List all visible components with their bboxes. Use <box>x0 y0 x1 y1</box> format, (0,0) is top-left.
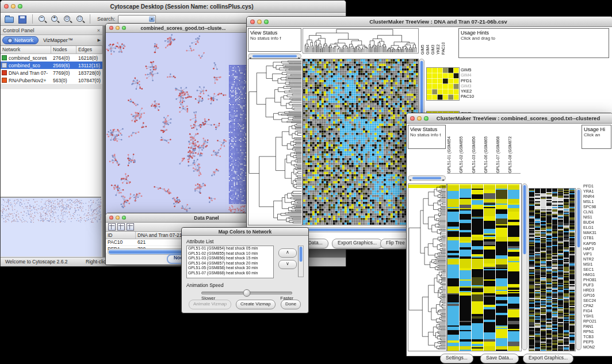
gene-label[interactable]: GTB1 <box>583 235 612 240</box>
list-scrollbar[interactable] <box>298 246 304 277</box>
close-light-icon[interactable] <box>250 20 255 24</box>
gene-label[interactable]: RPN1 <box>583 329 612 334</box>
attribute-list-item[interactable]: GPL51-01 (GSM854) heat shock 05 min <box>187 246 273 251</box>
column-label[interactable]: GPL51-02 (GSM855 <box>459 125 471 173</box>
gene-label[interactable]: NTR2 <box>583 256 612 262</box>
attribute-list-item[interactable]: GPL51-05 (GSM858) heat shock 30 min <box>187 266 273 271</box>
scrollbar-thumb[interactable] <box>253 55 297 58</box>
dialog-titlebar[interactable]: Map Colors to Network <box>182 228 308 236</box>
gene-label[interactable]: CPA2 <box>583 303 612 308</box>
table-row-selected[interactable]: combined_sco 2569(6) 13112(15) <box>1 62 102 69</box>
gene-label[interactable]: MON2 <box>583 344 612 350</box>
gene-label[interactable]: PUF3 <box>583 282 612 288</box>
column-label[interactable]: GPL51-07 (GSM868 <box>496 125 508 173</box>
network-view-titlebar[interactable]: combined_scores_good.txt--cluste... <box>106 24 249 33</box>
minimize-light-icon[interactable] <box>116 26 120 30</box>
gene-label[interactable]: MAK31 <box>583 230 612 235</box>
row-dendrogram-canvas[interactable] <box>248 59 303 225</box>
gene-label[interactable]: TCB3 <box>583 334 612 339</box>
matrix-row-label[interactable]: PFD1 <box>461 78 474 83</box>
gene-label[interactable]: MSL1 <box>583 199 612 204</box>
close-light-icon[interactable] <box>4 4 9 9</box>
matrix-row-label[interactable]: PAC10 <box>461 94 474 99</box>
gene-label[interactable]: PEP5 <box>583 339 612 344</box>
column-label[interactable]: GPL51-06 (GSM865 <box>484 125 496 173</box>
treeview-dna-titlebar[interactable]: ClusterMaker TreeView : DNA and Tran 07-… <box>247 17 612 27</box>
attribute-select-icon[interactable] <box>108 223 116 231</box>
export-graphics-button[interactable]: Export Graphics... <box>523 354 573 363</box>
close-icon[interactable]: × <box>97 28 100 33</box>
zoom-light-icon[interactable] <box>122 216 126 220</box>
horizontal-scrollbar[interactable] <box>248 53 301 59</box>
gene-label[interactable]: HAP3 <box>583 246 612 251</box>
gene-label[interactable]: PHO81 <box>583 277 612 282</box>
search-input[interactable]: ▾ <box>118 15 156 24</box>
gene-label[interactable]: SEC1 <box>583 267 612 272</box>
zoom-light-icon[interactable] <box>424 116 429 121</box>
zoom-selected-icon[interactable] <box>75 14 85 24</box>
tab-vizmapper[interactable]: VizMapper™ <box>40 37 76 44</box>
gene-label[interactable]: SEC24 <box>583 298 612 303</box>
close-light-icon[interactable] <box>410 116 415 121</box>
slider-thumb[interactable] <box>243 289 251 297</box>
zoom-light-icon[interactable] <box>122 26 126 30</box>
animate-vizmap-button[interactable]: Animate Vizmap <box>189 300 231 309</box>
column-label[interactable]: GPL51-08 (GSM872 <box>508 125 520 173</box>
attribute-list-item[interactable]: GPL51-04 (GSM857) heat shock 20 min <box>187 261 273 266</box>
zoom-light-icon[interactable] <box>18 4 22 9</box>
scrollbar-thumb[interactable] <box>299 247 303 262</box>
gene-label[interactable]: MSI1 <box>583 262 612 267</box>
move-up-button[interactable]: ∧ <box>278 248 297 258</box>
create-vizmap-button[interactable]: Create Vizmap <box>236 300 276 309</box>
network-canvas[interactable] <box>106 33 248 217</box>
secondary-heatmap-canvas[interactable] <box>529 188 576 351</box>
vertical-scrollbar[interactable] <box>576 188 582 350</box>
column-label[interactable]: YKE2 <box>436 28 440 55</box>
row-dendrogram-canvas[interactable] <box>408 183 447 351</box>
close-light-icon[interactable] <box>109 216 113 220</box>
gene-label[interactable]: GPI16 <box>583 293 612 298</box>
gene-label[interactable]: RPO21 <box>583 319 612 324</box>
scrollbar-thumb[interactable] <box>577 190 580 247</box>
scroll-right-icon[interactable] <box>442 173 445 183</box>
matrix-row-label[interactable]: GIM3 <box>461 83 474 89</box>
matrix-row-label[interactable]: YKE2 <box>461 89 474 94</box>
scrollbar-thumb[interactable] <box>523 185 526 254</box>
attribute-list-item[interactable]: GPL51-02 (GSM855) heat shock 10 min <box>187 251 273 256</box>
gene-label[interactable]: PAN1 <box>583 324 612 329</box>
open-file-icon[interactable] <box>4 14 14 24</box>
gene-label[interactable]: NIS1 <box>583 214 612 220</box>
minimize-light-icon[interactable] <box>417 116 422 121</box>
gene-label[interactable]: VIP1 <box>583 251 612 256</box>
minimize-light-icon[interactable] <box>116 216 120 220</box>
heatmap-canvas[interactable] <box>447 183 522 351</box>
done-button[interactable]: Done <box>281 300 301 309</box>
heatmap-canvas[interactable] <box>303 59 419 225</box>
birdseye-canvas[interactable] <box>1 198 101 256</box>
scroll-left-icon[interactable] <box>408 173 412 183</box>
zoom-in-icon[interactable] <box>50 14 60 24</box>
vertical-scrollbar[interactable] <box>522 183 527 350</box>
save-file-icon[interactable] <box>17 14 28 24</box>
matrix-row-label[interactable]: GIM4 <box>461 72 474 78</box>
gene-label[interactable]: SPC98 <box>583 204 612 209</box>
column-label[interactable]: GIM4 <box>426 28 430 55</box>
close-light-icon[interactable] <box>109 26 113 30</box>
column-label[interactable]: GIM5 <box>420 28 424 55</box>
attribute-list-item[interactable]: GPL51-07 (GSM868) heat shock 60 min <box>187 271 273 276</box>
table-row[interactable]: DNA and Tran 07- 7769(0) 183728(0) <box>1 69 102 76</box>
move-down-button[interactable]: ∨ <box>278 260 297 269</box>
gene-label[interactable]: KAP95 <box>583 241 612 246</box>
column-label[interactable]: GPL51-01 (GSM854 <box>447 125 459 173</box>
column-dendrogram-canvas[interactable] <box>303 28 419 53</box>
minimize-light-icon[interactable] <box>11 4 16 9</box>
horizontal-scrollbar[interactable] <box>408 175 446 181</box>
settings-button[interactable]: Settings... <box>440 354 473 363</box>
similarity-matrix-canvas[interactable] <box>426 67 460 101</box>
gene-label[interactable]: HMG1 <box>583 272 612 277</box>
column-label[interactable]: GPL51-03 (GSM856 <box>472 125 484 173</box>
scrollbar-thumb[interactable] <box>307 228 420 231</box>
gene-label[interactable]: RNR4 <box>583 194 612 199</box>
gene-label[interactable]: CLN1 <box>583 209 612 214</box>
table-row[interactable]: combined_scores 2764(0) 16218(0) <box>1 54 102 62</box>
